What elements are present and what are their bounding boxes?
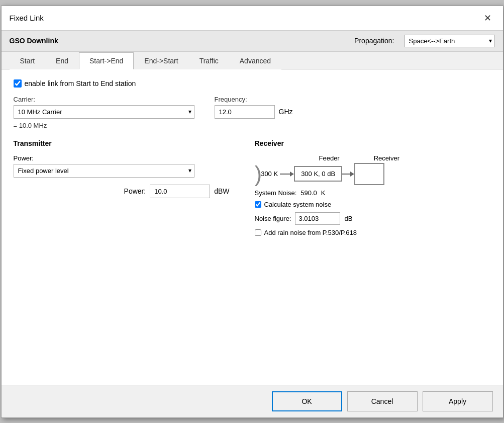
feeder-box: 300 K, 0 dB — [294, 166, 342, 182]
frequency-input[interactable] — [215, 105, 275, 119]
rain-noise-checkbox[interactable] — [255, 229, 261, 236]
link-type-label: GSO Downlink — [10, 37, 58, 45]
feeder-value: 300 K, 0 dB — [301, 170, 335, 178]
apply-button[interactable]: Apply — [423, 391, 493, 411]
tab-start[interactable]: Start — [10, 52, 46, 69]
carrier-select-wrap: 10 MHz Carrier 5 MHz Carrier 20 MHz Carr… — [14, 105, 194, 119]
power-unit: dBW — [214, 187, 229, 195]
system-noise-label: System Noise: — [255, 189, 297, 197]
carrier-frequency-row: Carrier: 10 MHz Carrier 5 MHz Carrier 20… — [14, 96, 491, 119]
power-dropdown-label: Power: — [14, 154, 235, 162]
feeder-label: Feeder — [319, 154, 340, 162]
carrier-select[interactable]: 10 MHz Carrier 5 MHz Carrier 20 MHz Carr… — [14, 105, 194, 119]
fixed-link-dialog: Fixed Link ✕ GSO Downlink Propagation: S… — [1, 6, 503, 418]
footer: OK Cancel Apply — [2, 385, 503, 417]
tab-end[interactable]: End — [45, 52, 79, 69]
propagation-select[interactable]: Space<-->Earth Free Space ITU-R P.452 IT… — [405, 35, 495, 47]
power-input[interactable] — [150, 185, 210, 198]
system-noise-value: 590.0 — [300, 189, 317, 197]
receiver-label-top: Receiver — [374, 154, 399, 162]
rain-noise-label: Add rain noise from P.530/P.618 — [264, 229, 357, 236]
antenna-temp: 300 K — [261, 170, 278, 178]
enable-link-label: enable link from Start to End station — [25, 79, 136, 88]
equals-row: = 10.0 MHz — [14, 122, 491, 129]
transmitter-title: Transmitter — [14, 139, 235, 147]
line1 — [280, 174, 290, 175]
power-dropdown-wrap: Fixed power level EIRP Calculated — [14, 164, 194, 178]
tab-traffic[interactable]: Traffic — [189, 52, 229, 69]
frequency-label: Frequency: — [215, 96, 293, 103]
noise-figure-input[interactable] — [295, 212, 340, 225]
receiver-title: Receiver — [255, 139, 491, 147]
line2 — [342, 174, 350, 175]
frequency-unit: GHz — [279, 108, 293, 116]
receiver-box — [354, 163, 384, 185]
header-bar: GSO Downlink Propagation: Space<-->Earth… — [2, 31, 503, 52]
tabs-bar: Start End Start->End End->Start Traffic … — [2, 52, 503, 69]
cancel-button[interactable]: Cancel — [347, 391, 418, 411]
noise-figure-label: Noise figure: — [255, 215, 291, 222]
power-value-row: Power: dBW — [14, 185, 235, 198]
tab-start-end[interactable]: Start->End — [79, 52, 134, 69]
frequency-group: Frequency: GHz — [215, 96, 293, 119]
tab-end-start[interactable]: End->Start — [134, 52, 188, 69]
power-field-label: Power: — [124, 187, 146, 195]
receiver-section: Receiver Feeder Receiver ) 300 K — [255, 139, 491, 236]
frequency-input-group: GHz — [215, 105, 293, 119]
calc-noise-checkbox[interactable] — [255, 201, 261, 208]
ok-button[interactable]: OK — [272, 391, 342, 411]
arrow2 — [350, 172, 354, 177]
tab-content: enable link from Start to End station Ca… — [2, 69, 503, 385]
noise-figure-unit: dB — [344, 215, 352, 222]
enable-link-row: enable link from Start to End station — [14, 79, 491, 88]
system-noise-row: System Noise: 590.0 K — [255, 189, 491, 197]
diagram-top-labels: Feeder Receiver — [255, 154, 491, 162]
propagation-label: Propagation: — [354, 37, 394, 45]
title-bar: Fixed Link ✕ — [2, 6, 503, 31]
calc-noise-row: Calculate system noise — [255, 201, 491, 208]
rain-noise-row: Add rain noise from P.530/P.618 — [255, 229, 491, 236]
close-button[interactable]: ✕ — [481, 11, 495, 25]
power-dropdown[interactable]: Fixed power level EIRP Calculated — [14, 164, 194, 178]
receiver-diagram: ) 300 K 300 K, 0 dB — [255, 163, 491, 185]
tab-advanced[interactable]: Advanced — [229, 52, 281, 69]
system-noise-unit: K — [321, 189, 326, 197]
propagation-select-wrap: Space<-->Earth Free Space ITU-R P.452 IT… — [405, 35, 495, 47]
noise-figure-row: Noise figure: dB — [255, 212, 491, 225]
calc-noise-label: Calculate system noise — [264, 201, 332, 208]
arrow1 — [290, 172, 294, 177]
enable-link-checkbox[interactable] — [14, 79, 22, 88]
dialog-title: Fixed Link — [10, 14, 44, 22]
two-col-layout: Transmitter Power: Fixed power level EIR… — [14, 139, 491, 236]
transmitter-section: Transmitter Power: Fixed power level EIR… — [14, 139, 235, 236]
carrier-group: Carrier: 10 MHz Carrier 5 MHz Carrier 20… — [14, 96, 194, 119]
carrier-label: Carrier: — [14, 96, 194, 103]
equals-text: = 10.0 MHz — [14, 122, 47, 129]
